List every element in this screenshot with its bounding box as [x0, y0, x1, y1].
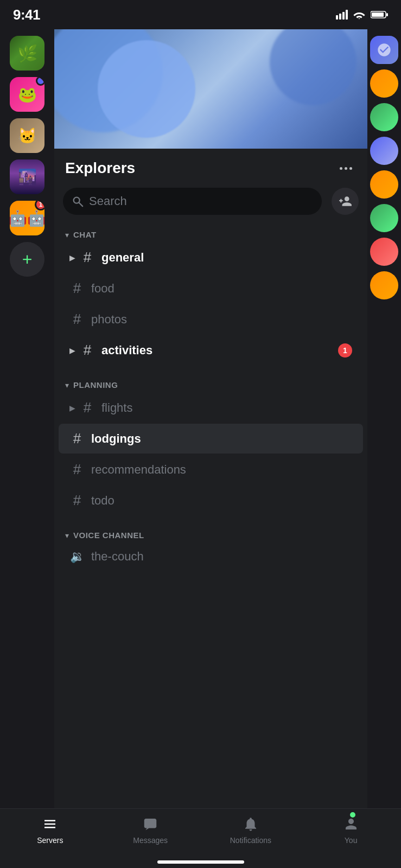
right-avatar-8 — [370, 271, 398, 299]
channel-item-general[interactable]: ▶ # general — [59, 242, 363, 272]
hash-icon-flights: # — [80, 399, 95, 416]
add-member-button[interactable] — [332, 188, 359, 215]
category-planning-label: PLANNING — [73, 380, 118, 390]
channel-name-todo: todo — [91, 494, 352, 508]
channel-item-lodgings[interactable]: # lodgings — [59, 424, 363, 454]
channel-name-recommendations: recommendations — [91, 463, 352, 477]
right-avatar-6 — [370, 204, 398, 232]
tab-notifications[interactable]: Notifications — [201, 814, 301, 845]
right-avatar-7 — [370, 238, 398, 266]
channel-name-photos: photos — [91, 312, 352, 327]
right-avatar-2 — [370, 69, 398, 98]
tab-servers[interactable]: Servers — [0, 814, 100, 845]
home-indicator — [157, 860, 244, 864]
right-avatar-3 — [370, 103, 398, 131]
hash-icon-todo: # — [69, 492, 85, 509]
add-server-button[interactable] — [10, 242, 44, 277]
more-options-button[interactable] — [335, 157, 357, 179]
server-icon-robot[interactable]: 🤖 1 — [10, 201, 44, 235]
hash-icon-photos: # — [69, 311, 85, 328]
channel-name-flights: flights — [101, 401, 352, 415]
channel-item-the-couch[interactable]: 🔉 the-couch — [59, 543, 363, 570]
tab-messages[interactable]: Messages — [100, 814, 201, 845]
wifi-icon — [353, 10, 365, 19]
channel-item-todo[interactable]: # todo — [59, 486, 363, 515]
server-list: 🤖 1 — [0, 29, 54, 868]
channels-scroll[interactable]: ▾ CHAT ▶ # general # food # photos ▶ — [54, 224, 367, 868]
channel-name-activities: activities — [101, 343, 332, 358]
messages-icon — [141, 814, 160, 834]
category-chat: ▾ CHAT — [54, 224, 367, 241]
chevron-voice-icon: ▾ — [65, 531, 69, 540]
category-chat-label: CHAT — [73, 230, 97, 239]
right-sidebar — [367, 29, 401, 868]
signal-bars-icon — [336, 10, 348, 20]
tab-you[interactable]: You — [301, 814, 401, 845]
channel-item-photos[interactable]: # photos — [59, 304, 363, 334]
hash-icon-recommendations: # — [69, 461, 85, 478]
status-icons — [336, 10, 388, 20]
you-online-dot — [349, 811, 357, 819]
search-icon — [72, 195, 84, 207]
channel-list: Explorers Search — [54, 29, 367, 868]
channel-item-recommendations[interactable]: # recommendations — [59, 455, 363, 484]
speaker-icon-couch: 🔉 — [69, 550, 85, 564]
svg-rect-3 — [386, 13, 388, 16]
notifications-icon — [241, 814, 260, 834]
hash-icon-lodgings: # — [69, 430, 85, 447]
you-icon-wrap — [341, 814, 361, 834]
tab-notifications-label: Notifications — [230, 836, 271, 845]
category-planning: ▾ PLANNING — [54, 374, 367, 392]
hash-icon-activities: # — [80, 342, 95, 359]
category-voice-label: VOICE CHANNEL — [73, 531, 144, 540]
server-header: Explorers — [54, 149, 367, 188]
channel-name-general: general — [101, 251, 352, 265]
right-avatar-1 — [370, 36, 398, 64]
channel-item-activities[interactable]: ▶ # activities 1 — [59, 335, 363, 365]
notification-dot-pink — [36, 77, 44, 86]
channel-name-lodgings: lodgings — [91, 432, 352, 446]
channel-arrow-general: ▶ — [69, 253, 75, 262]
activities-badge: 1 — [338, 343, 352, 358]
tab-you-label: You — [345, 836, 358, 845]
channel-name-the-couch: the-couch — [91, 550, 352, 564]
three-dots-icon — [340, 167, 352, 170]
tab-servers-label: Servers — [37, 836, 63, 845]
server-icon-green[interactable] — [10, 36, 44, 71]
server-name: Explorers — [65, 159, 135, 177]
channel-name-food: food — [91, 282, 352, 296]
channel-item-flights[interactable]: ▶ # flights — [59, 393, 363, 423]
chevron-planning-icon: ▾ — [65, 381, 69, 390]
right-avatar-4 — [370, 137, 398, 165]
hash-icon-food: # — [69, 280, 85, 297]
battery-icon — [371, 10, 388, 19]
right-avatar-5 — [370, 170, 398, 199]
tab-messages-label: Messages — [133, 836, 168, 845]
server-icon-cat[interactable] — [10, 118, 44, 153]
search-bar[interactable]: Search — [63, 188, 322, 215]
hash-icon-general: # — [80, 249, 95, 266]
svg-rect-2 — [372, 12, 384, 17]
servers-icon — [40, 814, 60, 834]
category-voice: ▾ VOICE CHANNEL — [54, 524, 367, 542]
search-placeholder: Search — [89, 194, 313, 208]
chevron-chat-icon: ▾ — [65, 231, 69, 239]
channel-item-food[interactable]: # food — [59, 273, 363, 303]
svg-line-5 — [79, 203, 82, 206]
status-bar: 9:41 — [0, 0, 401, 29]
channel-arrow-flights: ▶ — [69, 404, 75, 412]
svg-point-0 — [359, 18, 360, 19]
app-layout: 🤖 1 Explorers — [0, 29, 401, 868]
server-icon-sunset[interactable] — [10, 159, 44, 194]
tab-bar: Servers Messages Notifications Y — [0, 808, 401, 868]
server-icon-pink[interactable] — [10, 77, 44, 112]
status-time: 9:41 — [13, 7, 40, 23]
server-banner — [54, 29, 367, 149]
channel-arrow-activities: ▶ — [69, 346, 75, 355]
